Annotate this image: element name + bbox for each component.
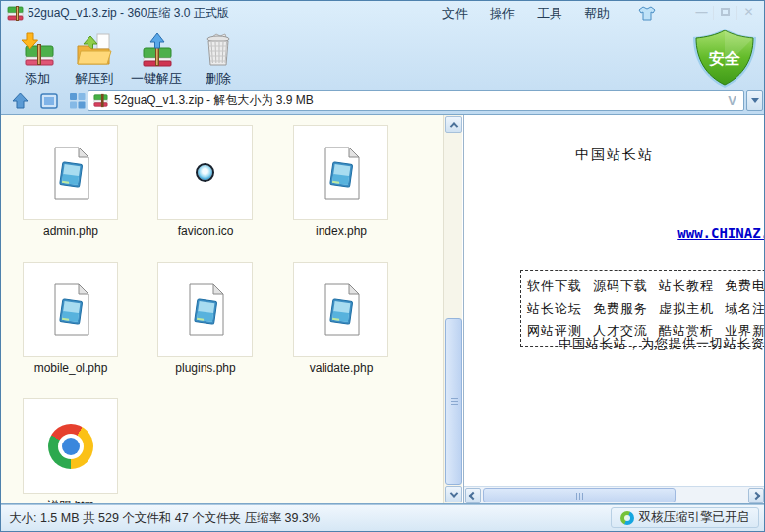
php-file-icon [319, 147, 364, 200]
file-item[interactable]: index.php [272, 125, 410, 255]
file-thumbnail[interactable] [157, 262, 253, 357]
horizontal-scroll-thumb[interactable] [483, 488, 676, 502]
file-name: favicon.ico [137, 224, 274, 238]
add-button[interactable]: 添加 [9, 29, 66, 89]
minimize-button[interactable]: — [690, 4, 713, 22]
preview-tagline: 中国站长站，为您提供一切站长资讯 [559, 335, 764, 353]
preview-link-cell[interactable]: 源码下载 [593, 274, 659, 297]
menu-tools[interactable]: 工具 [526, 1, 573, 26]
scroll-down-button[interactable] [445, 486, 462, 502]
extract-to-button[interactable]: 解压到 [66, 29, 123, 89]
menu-help[interactable]: 帮助 [573, 1, 620, 26]
file-name: index.php [272, 224, 410, 238]
file-list-vertical-scrollbar[interactable] [443, 115, 462, 503]
address-row: 52guaQ_v1.3.zip - 解包大小为 3.9 MB V [1, 88, 764, 114]
preview-horizontal-scrollbar[interactable] [464, 486, 764, 503]
preview-links-table: 软件下载源码下载站长教程免费电站长论坛免费服务虚拟主机域名注网站评测人才交流酷站… [527, 274, 764, 342]
file-item[interactable]: mobile_ol.php [2, 262, 140, 391]
file-name: admin.php [2, 224, 140, 238]
menu-bar: 文件 操作 工具 帮助 [432, 1, 620, 26]
main-area: admin.phpfavicon.icoindex.phpmobile_ol.p… [1, 114, 764, 504]
file-thumbnail[interactable] [293, 262, 388, 357]
engine-status-segment[interactable]: 双核压缩引擎已开启 [611, 507, 760, 528]
delete-button[interactable]: 删除 [190, 29, 247, 89]
ico-file-icon [198, 165, 212, 180]
chevron-right-icon [752, 492, 760, 500]
file-thumbnail[interactable] [23, 398, 118, 494]
window-controls: — ✕ [690, 3, 760, 23]
chevron-down-icon [449, 489, 457, 497]
360-logo-icon [620, 511, 634, 525]
preview-site-title: 中国站长站 [464, 147, 764, 164]
skin-button[interactable] [636, 4, 658, 23]
large-icons-grid-icon [69, 92, 86, 109]
preview-link-cell[interactable]: 免费电 [725, 274, 764, 297]
chevron-down-icon [751, 98, 759, 103]
archive-path-text: 52guaQ_v1.3.zip - 解包大小为 3.9 MB [114, 92, 728, 109]
menu-file[interactable]: 文件 [432, 1, 479, 26]
large-icons-view-button[interactable] [66, 90, 88, 111]
archive-path-field[interactable]: 52guaQ_v1.3.zip - 解包大小为 3.9 MB V [88, 90, 744, 111]
file-thumbnail[interactable] [293, 125, 388, 220]
maximize-button[interactable] [714, 4, 736, 22]
up-arrow-icon [12, 92, 29, 109]
one-click-extract-icon [138, 31, 175, 69]
preview-link-cell[interactable]: 站长论坛 [527, 297, 593, 320]
file-item[interactable]: plugins.php [137, 262, 274, 391]
delete-button-label: 删除 [198, 70, 239, 88]
preview-link-cell[interactable]: 域名注 [725, 297, 764, 320]
file-name: mobile_ol.php [2, 361, 140, 375]
scroll-left-button[interactable] [465, 488, 481, 503]
add-button-label: 添加 [17, 70, 58, 88]
file-item[interactable]: favicon.ico [137, 125, 274, 255]
preview-link-cell[interactable]: 站长教程 [659, 274, 725, 297]
tshirt-skin-icon [638, 6, 656, 21]
php-file-icon [48, 147, 93, 200]
file-item[interactable]: admin.php [2, 125, 140, 255]
chevron-up-icon [449, 122, 457, 130]
scroll-right-button[interactable] [748, 488, 764, 503]
file-item[interactable]: 说明.htm [2, 398, 140, 503]
toolbar: 添加 解压到 [1, 26, 764, 88]
app-window: 52guaQ_v1.3.zip - 360压缩 3.0 正式版 文件 操作 工具… [0, 0, 765, 532]
php-file-icon [319, 283, 364, 336]
extract-to-icon [75, 31, 114, 69]
zip-archive-icon [7, 5, 24, 22]
one-click-extract-button[interactable]: 一键解压 [123, 29, 190, 89]
file-name: 说明.htm [2, 498, 140, 503]
preview-link-cell[interactable]: 软件下载 [527, 274, 593, 297]
engine-status-text: 双核压缩引擎已开启 [639, 509, 750, 526]
file-list[interactable]: admin.phpfavicon.icoindex.phpmobile_ol.p… [1, 115, 443, 503]
status-bar: 大小: 1.5 MB 共 529 个文件和 47 个文件夹 压缩率 39.3% … [1, 504, 764, 531]
preview-link-cell[interactable]: 虚拟主机 [659, 297, 725, 320]
preview-pane: 中国站长站 www.CHINAZ. 软件下载源码下载站长教程免费电站长论坛免费服… [463, 115, 764, 503]
file-thumbnail[interactable] [23, 125, 118, 220]
file-item[interactable]: validate.php [272, 262, 410, 391]
up-level-button[interactable] [9, 90, 31, 111]
preview-link-cell[interactable]: 免费服务 [593, 297, 659, 320]
delete-trash-icon [200, 31, 237, 69]
security-shield-badge[interactable]: 安全 [688, 28, 761, 89]
scroll-up-button[interactable] [445, 116, 462, 133]
zip-archive-icon [93, 93, 108, 108]
chrome-html-icon [48, 424, 93, 469]
add-to-archive-icon [19, 31, 56, 69]
window-title: 52guaQ_v1.3.zip - 360压缩 3.0 正式版 [28, 1, 229, 26]
one-click-extract-button-label: 一键解压 [131, 70, 182, 88]
php-file-icon [48, 283, 93, 336]
title-bar[interactable]: 52guaQ_v1.3.zip - 360压缩 3.0 正式版 文件 操作 工具… [1, 1, 764, 26]
collapse-chevron-icon[interactable]: V [728, 93, 736, 108]
menu-operation[interactable]: 操作 [479, 1, 526, 26]
close-button[interactable]: ✕ [737, 4, 760, 22]
file-name: validate.php [272, 361, 410, 375]
archive-stats-text: 大小: 1.5 MB 共 529 个文件和 47 个文件夹 压缩率 39.3% [9, 505, 320, 531]
file-thumbnail[interactable] [23, 262, 118, 357]
html-preview-content: 中国站长站 www.CHINAZ. 软件下载源码下载站长教程免费电站长论坛免费服… [464, 115, 764, 486]
file-thumbnail[interactable] [157, 125, 253, 220]
chevron-left-icon [469, 492, 477, 500]
vertical-scroll-thumb[interactable] [445, 318, 462, 485]
path-dropdown-button[interactable] [746, 90, 763, 111]
preview-site-link[interactable]: www.CHINAZ. [677, 225, 764, 241]
view-mode-button[interactable] [37, 90, 60, 111]
shield-label: 安全 [709, 50, 740, 67]
